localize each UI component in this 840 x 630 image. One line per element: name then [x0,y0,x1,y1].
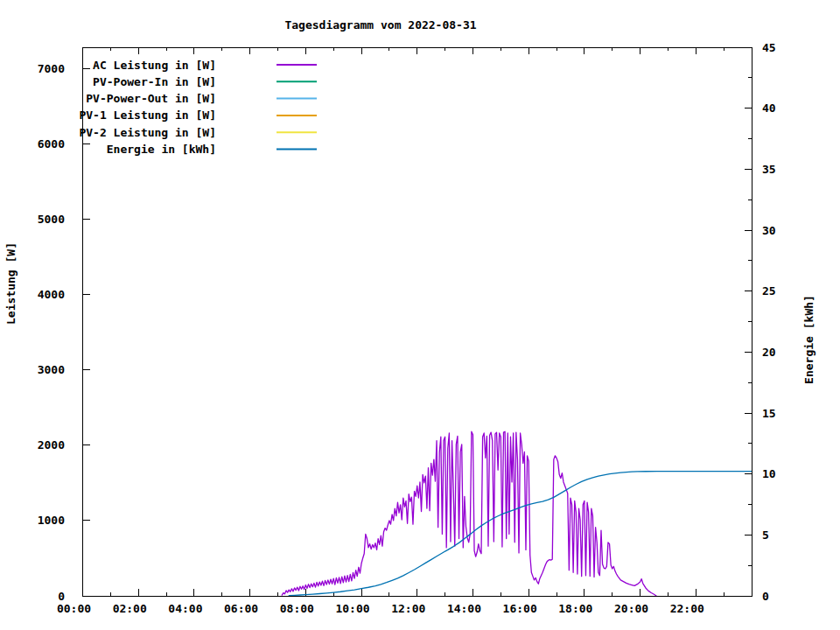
y-left-tick-label: 4000 [38,288,65,301]
chart-legend: AC Leistung in [W]PV-Power-In in [W]PV-P… [79,59,317,157]
legend-label: AC Leistung in [W] [93,59,216,72]
x-tick-label: 14:00 [447,602,481,615]
series-energie-in-kwh [289,472,752,596]
y-left-tick-label: 6000 [38,137,65,150]
data-curves [282,431,752,596]
y-right-tick-label: 35 [762,163,776,176]
x-tick-label: 00:00 [57,602,91,615]
y-right-tick-label: 10 [762,467,776,480]
y-right-tick-label: 40 [762,102,776,115]
legend-entry: PV-2 Leistung in [W] [79,126,317,139]
legend-label: PV-2 Leistung in [W] [79,126,216,139]
y-right-tick-label: 30 [762,224,776,237]
chart-canvas: Tagesdiagramm vom 2022-08-31 Leistung [W… [0,0,840,630]
x-tick-label: 22:00 [670,602,704,615]
y-right-axis-title: Energie [kWh] [802,295,816,384]
legend-label: PV-Power-Out in [W] [86,92,216,105]
legend-entry: PV-Power-In in [W] [93,75,317,88]
y-left-tick-label: 0 [58,590,65,603]
y-right-tick-label: 25 [762,284,776,298]
legend-label: Energie in [kWh] [107,143,216,156]
x-tick-label: 06:00 [224,602,258,615]
y-left-tick-label: 2000 [38,438,65,452]
legend-entry: Energie in [kWh] [107,143,317,156]
x-tick-label: 20:00 [614,602,648,615]
x-tick-label: 08:00 [280,602,314,615]
legend-label: PV-1 Leistung in [W] [79,108,216,122]
x-tick-label: 02:00 [113,602,147,615]
x-tick-label: 12:00 [391,602,425,615]
y-right-tick-label: 15 [762,407,776,420]
y-right-tick-label: 5 [762,528,769,542]
y-left-tick-label: 7000 [38,62,65,75]
x-tick-label: 16:00 [503,602,537,615]
y-left-tick-label: 3000 [38,363,65,376]
y-left-tick-label: 5000 [38,213,65,226]
legend-entry: AC Leistung in [W] [93,59,317,72]
tagesdiagramm-chart: Tagesdiagramm vom 2022-08-31 Leistung [W… [0,0,840,630]
y-left-axis-title: Leistung [W] [4,242,18,325]
x-tick-label: 18:00 [558,602,592,615]
x-tick-label: 10:00 [335,602,369,615]
y-right-tick-label: 45 [762,41,776,54]
series-ac-leistung-in-w [282,431,656,596]
x-tick-label: 04:00 [168,602,202,615]
legend-entry: PV-1 Leistung in [W] [79,108,317,122]
legend-entry: PV-Power-Out in [W] [86,92,317,105]
y-right-tick-label: 20 [762,346,776,359]
y-left-tick-label: 1000 [38,514,65,527]
y-right-tick-label: 0 [762,590,769,603]
chart-title: Tagesdiagramm vom 2022-08-31 [284,18,476,32]
legend-label: PV-Power-In in [W] [93,75,216,88]
